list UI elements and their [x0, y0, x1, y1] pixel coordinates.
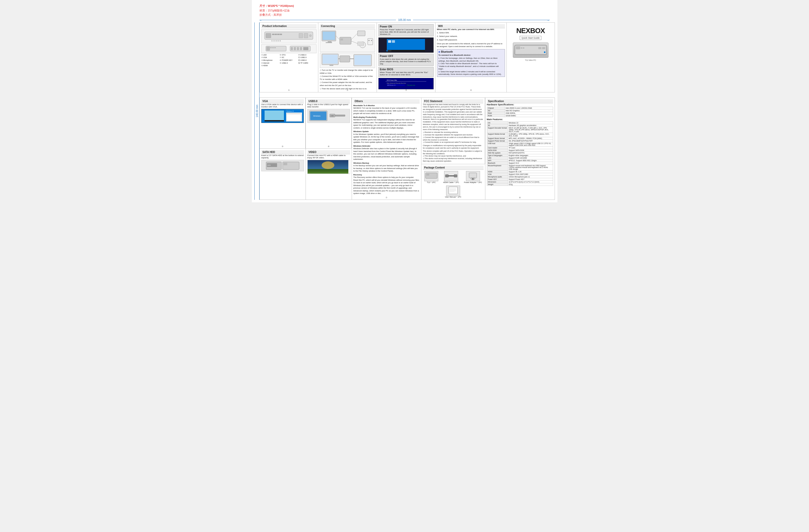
- product-info-panel: Product information: [260, 23, 318, 92]
- connection-diagram: [320, 29, 375, 52]
- svg-line-31: [351, 33, 358, 40]
- video-panel: VIDEO Connect this mini PC with a HDMI c…: [306, 149, 352, 199]
- package-title: Package Content: [423, 166, 484, 170]
- t12-image: [424, 171, 438, 181]
- svg-rect-60: [516, 47, 520, 49]
- t12-device-image: [513, 42, 549, 58]
- svg-text:BIOS Version: 1.0: BIOS Version: 1.0: [387, 85, 396, 86]
- spec-row-sd: SD Intel HD Graphics: [487, 109, 553, 112]
- svg-rect-47: [388, 40, 391, 43]
- manual-image: [446, 185, 460, 196]
- vga-screen: Windows 10: [261, 109, 304, 123]
- spec-row-decoder: Support Decoder format HEVC (H.265 @ 4K2…: [487, 126, 553, 132]
- svg-line-30: [336, 36, 340, 40]
- hdmi-cable-image: [444, 171, 458, 181]
- bluetooth-heading: To connect to a Bluetooth device:: [438, 54, 503, 56]
- fcc-panel: FCC Statement This equipment has been te…: [421, 98, 485, 164]
- power-on-title: Power ON: [380, 25, 432, 28]
- wifi-panel: Wifi When mini PC starts, you can connec…: [435, 23, 507, 92]
- svg-text:Windows: Windows: [313, 115, 321, 117]
- subsec-recovery: Recovery: [354, 174, 420, 176]
- svg-rect-63: [538, 47, 541, 49]
- spec-row-lang: Type of languages English+other language…: [487, 154, 553, 157]
- port-usb20-b: ⑪USB2.0: [298, 56, 316, 59]
- svg-rect-102: [449, 187, 457, 193]
- height-indicator: 140.00 mm: [254, 22, 259, 200]
- page-num-6: ⑥: [328, 145, 329, 148]
- power-panel: Power ON Press the "Power" button for 3 …: [377, 23, 435, 92]
- bios-desc: When "Power ON" and start this mini PC, …: [380, 71, 432, 76]
- spec-row-powerkey: Power KEY Support Power KEY: [487, 178, 553, 180]
- svg-rect-26: [341, 38, 343, 40]
- svg-rect-39: [340, 56, 350, 62]
- svg-rect-13: [272, 47, 274, 48]
- svg-rect-76: [287, 113, 301, 114]
- svg-rect-71: [264, 120, 284, 121]
- svg-rect-46: [387, 50, 425, 52]
- vga-desc: Use a VGA cable to connect this device w…: [261, 103, 304, 108]
- dimension-line: 尺寸：W105*5 * H140(mm): [259, 4, 552, 8]
- port-dc: ⑦DC: [280, 56, 298, 59]
- svg-point-90: [322, 161, 334, 169]
- subsec-mountable: Mountable To A Monitor: [354, 104, 420, 107]
- svg-rect-91: [308, 171, 348, 172]
- vga-panel: VGA Use a VGA cable to connect this devi…: [260, 98, 306, 149]
- main-features-header: Main Features:: [487, 118, 553, 121]
- subsec-winbackup: Windows Backup: [354, 162, 420, 165]
- spec-value-chipset: Intel Z8300 4-core 1.84GHz 64bit: [505, 107, 553, 109]
- svg-rect-48: [392, 40, 395, 43]
- video-title: VIDEO: [307, 150, 350, 154]
- svg-text:HDD: HDD: [268, 164, 271, 166]
- port-mic: ③Microphone: [261, 59, 280, 61]
- svg-rect-61: [521, 48, 522, 48]
- connecting-title: Connecting: [320, 24, 375, 28]
- others-panel: Others Mountable To A Monitor NEXBOX T12…: [352, 98, 421, 199]
- width-label: 105.00 mm: [396, 19, 413, 21]
- pkg-t12: T12 * 1PC: [424, 171, 438, 183]
- material-line: 材质：157g铜版纸+过油: [259, 8, 552, 13]
- port-hdmi: ⑤HDMI: [261, 65, 280, 67]
- port-power-key: ⑧POWER KEY: [280, 59, 298, 61]
- spec-row-photo: Support Photo format HD JPEG/BMP/GIF/PNG…: [487, 140, 553, 142]
- svg-point-34: [368, 40, 369, 41]
- svg-point-35: [371, 40, 372, 41]
- svg-point-8: [309, 35, 311, 37]
- svg-rect-62: [523, 48, 524, 48]
- subsec-windefender: Windows Defender: [354, 145, 420, 148]
- package-panel: Package Content T12 * 1PC: [421, 164, 485, 199]
- power-on-desc: Press the "Power" button for 3 seconds, …: [380, 29, 432, 35]
- header-info: 尺寸：W105*5 * H140(mm) 材质：157g铜版纸+过油 折叠方式：…: [254, 2, 555, 19]
- bios-box: Enter BIOS When "Power ON" and start thi…: [378, 67, 434, 77]
- svg-text:USB: USB: [330, 115, 333, 117]
- device-side-diagram-1: [261, 44, 316, 53]
- svg-point-65: [544, 51, 546, 53]
- video-preview: [307, 160, 350, 174]
- svg-rect-18: [297, 47, 299, 50]
- usb3-title: USB3.0: [307, 99, 350, 103]
- spec-row-lan: LAN Support RJ45 10/100M: [487, 157, 553, 159]
- page-num-4: ④: [470, 89, 472, 91]
- svg-text:① ② ③ ④ ⑤: ① ② ③ ④ ⑤: [271, 40, 281, 42]
- port-internet: ④Internet: [261, 62, 280, 65]
- row-gap: [259, 92, 555, 97]
- svg-line-32: [351, 41, 358, 43]
- usb3-panel: USB3.0 Plug U disk in the USB3.0 port fo…: [306, 98, 352, 149]
- video-desc: Connect this mini PC with a HDMI cable t…: [307, 154, 350, 159]
- wifi-title: Wifi: [437, 24, 505, 28]
- port-usb30: ⑫USB3.0: [298, 59, 316, 61]
- spec-row-card: Card reader TF Card: [487, 146, 553, 149]
- nexbox-brand-panel: NEXBOX Quick Start Guide: [507, 23, 555, 92]
- usb3-desc: Plug U disk in the USB3.0 port for high …: [307, 103, 350, 108]
- sata-panel: SATA HDD Insert a 2.5' SATA HDD at the b…: [260, 149, 306, 199]
- svg-rect-3: [275, 34, 277, 35]
- svg-rect-49: [388, 50, 391, 51]
- svg-text:Main  Advanced  Security  Boot: Main Advanced Security Boot Exit: [387, 83, 406, 84]
- svg-rect-81: [283, 163, 287, 165]
- adapter-image: [466, 171, 480, 181]
- spec-row-usb: USB host 1High speed USB 3.0,3High speed…: [487, 142, 553, 146]
- svg-rect-14: [274, 47, 276, 48]
- pkg-hdmi: HDMI Cable * 1PC: [443, 171, 459, 183]
- device-top-diagram: ① ② ③ ④ ⑤: [261, 29, 316, 43]
- windows-screen: [378, 37, 434, 53]
- svg-rect-1: [266, 33, 271, 38]
